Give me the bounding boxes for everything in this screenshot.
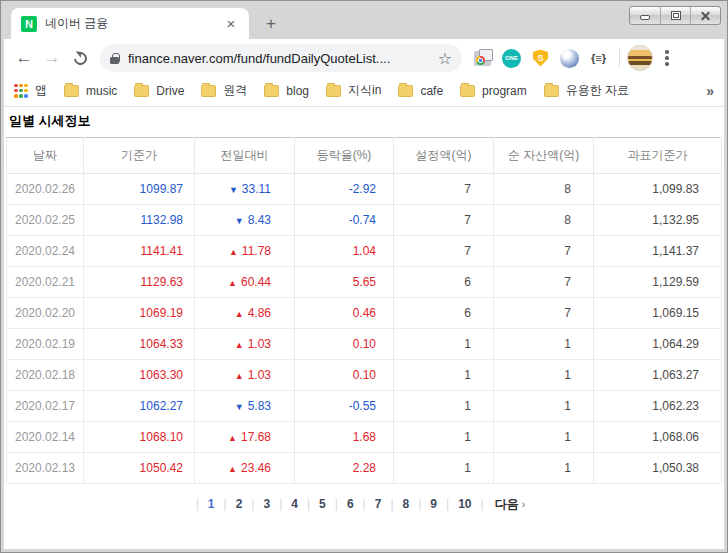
pagination-divider: | bbox=[196, 497, 199, 511]
next-page-link[interactable]: 다음› bbox=[495, 497, 526, 511]
page-link-3[interactable]: 3 bbox=[263, 497, 270, 511]
extension-shield-icon[interactable]: S bbox=[527, 44, 554, 72]
page-link-6[interactable]: 6 bbox=[347, 497, 354, 511]
browser-menu-icon[interactable] bbox=[657, 45, 677, 71]
cell-net-asset: 8 bbox=[494, 174, 594, 205]
cell-net-asset: 7 bbox=[494, 267, 594, 298]
extension-swirl-icon[interactable] bbox=[556, 44, 583, 72]
folder-icon bbox=[544, 85, 559, 97]
down-arrow-icon: ▼ bbox=[229, 185, 238, 195]
cell-tax-base-price: 1,062.23 bbox=[594, 391, 722, 422]
cell-amount: 6 bbox=[394, 267, 494, 298]
browser-window: N 네이버 금융 × + ← → finance.naver.com/fund/… bbox=[0, 0, 728, 553]
cell-date: 2020.02.14 bbox=[7, 422, 84, 453]
page-link-5[interactable]: 5 bbox=[319, 497, 326, 511]
cell-net-asset: 1 bbox=[494, 360, 594, 391]
bookmark-folder[interactable]: 원격 bbox=[201, 82, 247, 99]
cell-amount: 7 bbox=[394, 205, 494, 236]
up-arrow-icon: ▲ bbox=[228, 278, 237, 288]
daily-quote-table: 날짜기준가전일대비등락율(%)설정액(억)순 자산액(억)과표기준가 2020.… bbox=[6, 137, 722, 484]
bookmark-folder[interactable]: 지식in bbox=[326, 82, 381, 99]
cell-base-price: 1129.63 bbox=[84, 267, 195, 298]
bookmark-label: 원격 bbox=[223, 82, 247, 99]
cell-net-asset: 8 bbox=[494, 205, 594, 236]
cell-change: ▼33.11 bbox=[195, 174, 295, 205]
reload-button[interactable] bbox=[67, 45, 93, 71]
table-row: 2020.02.211129.63▲60.445.65671,129.59 bbox=[7, 267, 722, 298]
cell-date: 2020.02.20 bbox=[7, 298, 84, 329]
cell-change: ▲60.44 bbox=[195, 267, 295, 298]
forward-button[interactable]: → bbox=[39, 45, 65, 71]
table-row: 2020.02.141068.10▲17.681.68111,068.06 bbox=[7, 422, 722, 453]
table-row: 2020.02.241141.41▲11.781.04771,141.37 bbox=[7, 236, 722, 267]
pagination-divider: | bbox=[307, 497, 310, 511]
cell-rate: -2.92 bbox=[295, 174, 394, 205]
cell-rate: 0.10 bbox=[295, 329, 394, 360]
cell-rate: 0.10 bbox=[295, 360, 394, 391]
pagination-divider: | bbox=[251, 497, 254, 511]
profile-avatar[interactable] bbox=[627, 45, 653, 71]
cell-rate: 1.04 bbox=[295, 236, 394, 267]
cell-date: 2020.02.21 bbox=[7, 267, 84, 298]
pagination-divider: | bbox=[481, 497, 484, 511]
maximize-button[interactable] bbox=[660, 7, 690, 24]
cell-base-price: 1050.42 bbox=[84, 453, 195, 484]
folder-icon bbox=[326, 85, 341, 97]
new-tab-button[interactable]: + bbox=[259, 14, 283, 34]
page-link-2[interactable]: 2 bbox=[236, 497, 243, 511]
window-controls bbox=[629, 6, 721, 25]
table-row: 2020.02.201069.19▲4.860.46671,069.15 bbox=[7, 298, 722, 329]
cell-base-price: 1064.33 bbox=[84, 329, 195, 360]
page-content: 일별 시세정보 날짜기준가전일대비등락율(%)설정액(억)순 자산액(억)과표기… bbox=[4, 107, 724, 549]
minimize-icon bbox=[640, 15, 650, 20]
apps-label: 앱 bbox=[35, 82, 47, 99]
cell-change: ▲23.46 bbox=[195, 453, 295, 484]
address-bar[interactable]: finance.naver.com/fund/fundDailyQuoteLis… bbox=[100, 44, 462, 72]
page-link-8[interactable]: 8 bbox=[403, 497, 410, 511]
page-link-7[interactable]: 7 bbox=[375, 497, 382, 511]
bookmark-star-icon[interactable]: ☆ bbox=[438, 49, 452, 68]
tab-close-icon[interactable]: × bbox=[223, 16, 239, 31]
browser-toolbar: ← → finance.naver.com/fund/fundDailyQuot… bbox=[4, 39, 724, 77]
column-header: 등락율(%) bbox=[295, 138, 394, 174]
cell-net-asset: 7 bbox=[494, 298, 594, 329]
bookmark-folder[interactable]: program bbox=[460, 84, 527, 98]
folder-icon bbox=[398, 85, 413, 97]
bookmark-label: 지식in bbox=[348, 82, 381, 99]
tab-strip: N 네이버 금융 × + bbox=[4, 4, 724, 39]
table-header-row: 날짜기준가전일대비등락율(%)설정액(억)순 자산액(억)과표기준가 bbox=[7, 138, 722, 174]
apps-grid-icon bbox=[14, 84, 28, 98]
minimize-button[interactable] bbox=[630, 7, 660, 24]
page-link-10[interactable]: 10 bbox=[458, 497, 471, 511]
page-link-9[interactable]: 9 bbox=[430, 497, 437, 511]
apps-shortcut[interactable]: 앱 bbox=[14, 82, 47, 99]
close-button[interactable] bbox=[690, 7, 720, 24]
bookmark-folder[interactable]: cafe bbox=[398, 84, 443, 98]
app-window-icon bbox=[474, 51, 491, 66]
folder-icon bbox=[264, 85, 279, 97]
bookmark-folder[interactable]: blog bbox=[264, 84, 309, 98]
extension-shortcut-icon[interactable] bbox=[469, 44, 496, 72]
cell-tax-base-price: 1,064.29 bbox=[594, 329, 722, 360]
table-row: 2020.02.191064.33▲1.030.10111,064.29 bbox=[7, 329, 722, 360]
down-arrow-icon: ▼ bbox=[235, 402, 244, 412]
bookmarks-overflow-icon[interactable]: » bbox=[706, 83, 714, 99]
back-button[interactable]: ← bbox=[11, 45, 37, 71]
cell-amount: 1 bbox=[394, 391, 494, 422]
cell-amount: 6 bbox=[394, 298, 494, 329]
bookmark-folder[interactable]: music bbox=[64, 84, 117, 98]
bookmark-folder[interactable]: Drive bbox=[134, 84, 184, 98]
table-row: 2020.02.181063.30▲1.030.10111,063.27 bbox=[7, 360, 722, 391]
column-header: 과표기준가 bbox=[594, 138, 722, 174]
browser-tab[interactable]: N 네이버 금융 × bbox=[11, 8, 249, 39]
cell-tax-base-price: 1,063.27 bbox=[594, 360, 722, 391]
page-link-1[interactable]: 1 bbox=[208, 497, 215, 511]
page-link-4[interactable]: 4 bbox=[291, 497, 298, 511]
bookmark-folder[interactable]: 유용한 자료 bbox=[544, 82, 629, 99]
extension-braces-icon[interactable]: {≡} bbox=[585, 44, 612, 72]
cell-amount: 1 bbox=[394, 360, 494, 391]
up-arrow-icon: ▲ bbox=[228, 464, 237, 474]
reload-icon bbox=[71, 49, 89, 67]
cell-tax-base-price: 1,132.95 bbox=[594, 205, 722, 236]
extension-one-icon[interactable]: ONE bbox=[498, 44, 525, 72]
